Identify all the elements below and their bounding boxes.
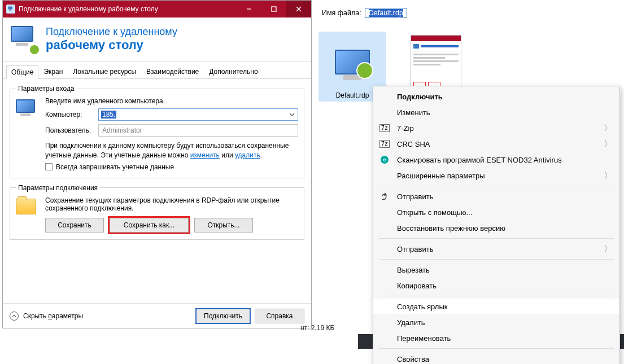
login-group-legend: Параметры входа bbox=[16, 85, 77, 93]
tab-general[interactable]: Общие bbox=[6, 65, 38, 79]
menu-edit[interactable]: Изменить bbox=[373, 104, 619, 120]
menu-separator bbox=[379, 259, 614, 260]
computer-icon bbox=[16, 99, 35, 113]
user-field[interactable]: Administrator bbox=[98, 124, 298, 137]
chevron-right-icon: 〉 bbox=[604, 244, 612, 254]
menu-share[interactable]: Отправить bbox=[373, 188, 619, 204]
menu-send-to[interactable]: Отправить 〉 bbox=[373, 241, 619, 257]
tab-display[interactable]: Экран bbox=[38, 65, 68, 78]
connection-group: Параметры подключения Сохранение текущих… bbox=[10, 184, 304, 240]
sevenzip-icon: 7z bbox=[379, 124, 390, 132]
menu-separator bbox=[379, 186, 614, 186]
filename-label: Имя файла: bbox=[322, 9, 361, 17]
window-title: Подключение к удаленному рабочему столу bbox=[19, 5, 237, 13]
dialog-footer: Скрыть параметры Подключить Справка bbox=[3, 303, 311, 328]
chevron-right-icon: 〉 bbox=[604, 139, 612, 149]
tab-experience[interactable]: Взаимодействие bbox=[141, 65, 204, 78]
rdp-header-icon bbox=[11, 26, 38, 53]
menu-restore-version[interactable]: Восстановить прежнюю версию bbox=[373, 220, 619, 236]
header-line1: Подключение к удаленному bbox=[46, 26, 177, 38]
link-edit-credentials[interactable]: изменить bbox=[190, 151, 220, 159]
context-menu: Подключить Изменить 7z 7-Zip 〉 7z CRC SH… bbox=[373, 86, 620, 364]
eset-icon: e bbox=[381, 156, 389, 164]
user-label: Пользователь: bbox=[45, 126, 94, 134]
menu-open-with[interactable]: Открыть с помощью... bbox=[373, 204, 619, 220]
menu-connect[interactable]: Подключить bbox=[373, 89, 619, 104]
share-icon bbox=[379, 192, 390, 200]
save-as-button[interactable]: Сохранить как... bbox=[110, 218, 189, 233]
computer-label: Компьютер: bbox=[45, 111, 94, 119]
menu-delete[interactable]: Удалить bbox=[373, 314, 619, 330]
menu-cut[interactable]: Вырезать bbox=[373, 262, 619, 278]
titlebar: Подключение к удаленному рабочему столу bbox=[3, 1, 311, 17]
menu-properties[interactable]: Свойства bbox=[373, 351, 619, 364]
connect-button[interactable]: Подключить bbox=[196, 309, 250, 323]
menu-advanced-params[interactable]: Расширенные параметры 〉 bbox=[373, 168, 619, 183]
header-line2: рабочему столу bbox=[46, 38, 177, 52]
rdp-app-icon bbox=[6, 5, 15, 14]
chevron-right-icon: 〉 bbox=[604, 123, 612, 133]
dialog-preview-icon bbox=[411, 35, 461, 89]
rdp-file-icon bbox=[335, 50, 370, 74]
svg-rect-0 bbox=[8, 7, 13, 10]
menu-copy[interactable]: Копировать bbox=[373, 278, 619, 293]
login-group: Параметры входа Введите имя удаленного к… bbox=[10, 85, 304, 178]
close-button[interactable] bbox=[286, 1, 311, 17]
file-thumb-label: Default.rdp bbox=[336, 91, 369, 99]
menu-separator bbox=[379, 348, 614, 349]
menu-crc-sha[interactable]: 7z CRC SHA 〉 bbox=[373, 136, 619, 152]
always-prompt-checkbox[interactable] bbox=[45, 163, 53, 170]
tab-advanced[interactable]: Дополнительно bbox=[204, 65, 263, 78]
connection-group-legend: Параметры подключения bbox=[16, 184, 100, 192]
maximize-button[interactable] bbox=[261, 1, 286, 17]
folder-icon bbox=[16, 199, 36, 214]
connection-info: Сохранение текущих параметров подключени… bbox=[45, 196, 298, 212]
open-button[interactable]: Открыть... bbox=[194, 218, 253, 233]
filename-value-box[interactable]: Default.rdp bbox=[365, 8, 407, 18]
crc-icon: 7z bbox=[379, 140, 390, 148]
tab-strip: Общие Экран Локальные ресурсы Взаимодейс… bbox=[3, 62, 311, 79]
menu-create-shortcut[interactable]: Создать ярлык bbox=[373, 299, 619, 314]
file-size-info: нт: 2,19 КБ bbox=[300, 324, 334, 332]
chevron-down-icon[interactable] bbox=[287, 110, 296, 119]
chevron-up-icon[interactable] bbox=[10, 312, 19, 321]
menu-separator bbox=[379, 296, 614, 296]
svg-rect-3 bbox=[272, 7, 276, 11]
link-delete-credentials[interactable]: удалить bbox=[235, 151, 260, 159]
computer-combobox[interactable]: 185. bbox=[98, 108, 298, 121]
help-button[interactable]: Справка bbox=[255, 309, 304, 323]
save-button[interactable]: Сохранить bbox=[45, 218, 104, 233]
svg-rect-1 bbox=[10, 10, 11, 11]
hide-options-link[interactable]: Скрыть параметры bbox=[23, 312, 83, 320]
computer-value: 185. bbox=[101, 111, 116, 119]
login-instruction: Введите имя удаленного компьютера. bbox=[45, 97, 298, 105]
menu-7zip[interactable]: 7z 7-Zip 〉 bbox=[373, 120, 619, 136]
rdp-connection-dialog: Подключение к удаленному рабочему столу … bbox=[2, 0, 312, 328]
login-info-text: При подключении к данному компьютеру буд… bbox=[45, 141, 298, 161]
menu-rename[interactable]: Переименовать bbox=[373, 330, 619, 346]
chevron-right-icon: 〉 bbox=[604, 170, 612, 181]
menu-separator bbox=[379, 238, 614, 239]
minimize-button[interactable] bbox=[237, 1, 261, 17]
tab-local-resources[interactable]: Локальные ресурсы bbox=[68, 65, 141, 78]
menu-eset-scan[interactable]: e Сканировать программой ESET NOD32 Anti… bbox=[373, 152, 619, 168]
dialog-header: Подключение к удаленному рабочему столу bbox=[3, 17, 311, 62]
always-prompt-label: Всегда запрашивать учетные данные bbox=[56, 163, 174, 171]
